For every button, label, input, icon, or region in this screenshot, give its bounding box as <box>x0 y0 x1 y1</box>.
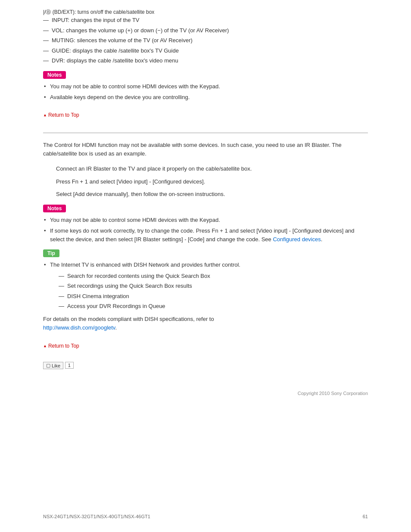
return-to-top-2[interactable]: Return to Top <box>43 343 79 349</box>
intro-paragraph: The Control for HDMI function may not be… <box>43 141 368 159</box>
tip-subitem: Set recordings using the Quick Search Bo… <box>59 282 368 290</box>
tip-badge: Tip <box>43 249 59 257</box>
bullet-item: MUTING: silences the volume of the TV (o… <box>43 36 368 45</box>
notes-list-2: You may not be able to control some HDMI… <box>43 216 368 244</box>
footer-bar: NSX-24GT1/NSX-32GT1/NSX-40GT1/NSX-46GT1 … <box>0 514 411 519</box>
top-section: |/Ⓑ (BD/EXT): turns on/off the cable/sat… <box>43 9 368 65</box>
details-paragraph: For details on the models compliant with… <box>43 315 368 333</box>
like-container: ▢ Like 1 <box>43 362 368 369</box>
notes-item: Available keys depend on the device you … <box>43 93 368 102</box>
tip-subitem: Access your DVR Recordings in Queue <box>59 302 368 311</box>
notes-badge-2: Notes <box>43 205 66 212</box>
notes-item-2-1: You may not be able to control some HDMI… <box>43 216 368 224</box>
dish-link[interactable]: http://www.dish.com/googletv <box>43 324 115 331</box>
intro-line: |/Ⓑ (BD/EXT): turns on/off the cable/sat… <box>43 9 368 16</box>
steps-block: Connect an IR Blaster to the TV and plac… <box>56 165 368 199</box>
bullet-item: VOL: changes the volume up (+) or down (… <box>43 26 368 35</box>
step-item-2: Press Fn + 1 and select [Video input] - … <box>56 177 368 186</box>
page-content: |/Ⓑ (BD/EXT): turns on/off the cable/sat… <box>0 0 411 422</box>
notes-list-1: You may not be able to control some HDMI… <box>43 82 368 102</box>
notes-badge-1: Notes <box>43 71 66 79</box>
step-item-1: Connect an IR Blaster to the TV and plac… <box>56 165 368 173</box>
tip-item: The Internet TV is enhanced with DISH Ne… <box>43 261 368 311</box>
tip-list: The Internet TV is enhanced with DISH Ne… <box>43 261 368 311</box>
notes-section-1: Notes You may not be able to control som… <box>43 71 368 102</box>
tip-section: Tip The Internet TV is enhanced with DIS… <box>43 249 368 333</box>
step-item-3: Select [Add device manually], then follo… <box>56 190 368 199</box>
bullet-list-1: INPUT: changes the input of the TV VOL: … <box>43 16 368 65</box>
notes-item: You may not be able to control some HDMI… <box>43 82 368 91</box>
like-label: Like <box>52 363 60 368</box>
like-icon: ▢ <box>46 363 50 368</box>
section-divider <box>43 133 368 133</box>
configured-devices-link[interactable]: Configured devices <box>273 236 321 243</box>
bullet-item: GUIDE: displays the cable /satellite box… <box>43 47 368 55</box>
notes-section-2: Notes You may not be able to control som… <box>43 205 368 244</box>
footer-model: NSX-24GT1/NSX-32GT1/NSX-40GT1/NSX-46GT1 <box>43 514 150 519</box>
return-to-top-1[interactable]: Return to Top <box>43 112 79 118</box>
notes-item-2-2: If some keys do not work correctly, try … <box>43 227 368 243</box>
tip-subitem: Search for recorded contents using the Q… <box>59 272 368 280</box>
tip-subitem: DISH Cinema integration <box>59 292 368 301</box>
footer-page: 61 <box>363 514 368 519</box>
bullet-item: INPUT: changes the input of the TV <box>43 16 368 25</box>
like-button[interactable]: ▢ Like <box>43 362 63 369</box>
like-count: 1 <box>65 362 74 369</box>
tip-subitems: Search for recorded contents using the Q… <box>59 272 368 311</box>
copyright: Copyright 2010 Sony Corporation <box>43 391 368 396</box>
bullet-item: DVR: displays the cable /satellite box's… <box>43 56 368 65</box>
